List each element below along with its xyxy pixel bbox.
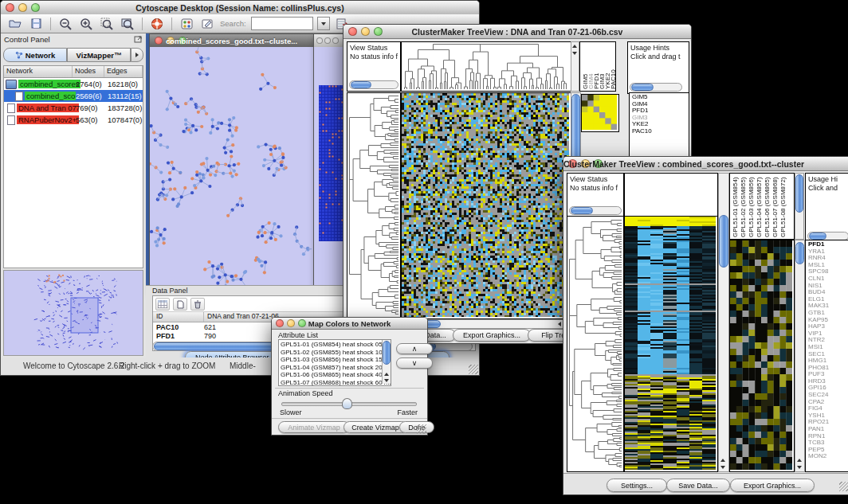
network-name: combined_sco bbox=[25, 92, 76, 100]
col-network[interactable]: Network bbox=[4, 66, 73, 77]
network-row[interactable]: DNA and Tran 07769(0)183728(0) bbox=[4, 102, 143, 114]
tab-network-label: Network bbox=[26, 51, 55, 60]
edge-count: 13112(15) bbox=[108, 92, 142, 100]
attribute-list[interactable]: GPL51-01 (GSM854) heat shock 05 minGPL51… bbox=[278, 339, 391, 386]
attribute-table-icon[interactable] bbox=[155, 298, 170, 311]
file-icon bbox=[7, 115, 15, 125]
tv1-column-labels[interactable]: GIM5GIM4PFD1GIM3YKE2PAC10 bbox=[579, 41, 616, 92]
tv2-genes-vscrollbar[interactable] bbox=[795, 240, 805, 472]
network-name: combined_scores bbox=[18, 80, 80, 88]
tv1-status-hscrollbar[interactable] bbox=[349, 80, 398, 89]
tv1-zoom-heatmap[interactable] bbox=[581, 94, 619, 132]
zoom-in-icon[interactable] bbox=[78, 17, 94, 31]
zoom-fit-icon[interactable] bbox=[120, 17, 135, 31]
network-overview[interactable] bbox=[3, 270, 143, 356]
tab-network[interactable]: Network bbox=[3, 48, 67, 62]
tv1-column-dendrogram[interactable] bbox=[401, 41, 571, 92]
network-name: DNA and Tran 07 bbox=[17, 104, 79, 112]
tv2-export-graphics-button[interactable]: Export Graphics... bbox=[730, 479, 815, 492]
resize-grip[interactable] bbox=[839, 482, 848, 491]
network-view-titlebar[interactable]: combined_scores_good.txt--cluste... bbox=[150, 34, 313, 47]
tv2-labels-vscrollbar[interactable] bbox=[795, 173, 804, 240]
zoom-selected-icon[interactable] bbox=[99, 17, 115, 31]
col-edges[interactable]: Edges bbox=[104, 66, 143, 77]
create-vizmap-button[interactable]: Create Vizmap bbox=[344, 421, 407, 433]
delete-attribute-icon[interactable] bbox=[190, 298, 205, 311]
zoom-out-icon[interactable] bbox=[57, 17, 73, 31]
status-welcome: Welcome to Cytoscape 2.6.2 bbox=[23, 361, 125, 370]
tv1-export-graphics-button[interactable]: Export Graphics... bbox=[453, 329, 531, 342]
status-pan-hint: Middle- bbox=[230, 361, 256, 370]
tab-vizmapper[interactable]: VizMapper™ bbox=[67, 48, 131, 62]
col-id[interactable]: ID bbox=[153, 312, 204, 322]
animation-speed-slider-thumb[interactable] bbox=[342, 398, 352, 409]
help-icon[interactable] bbox=[149, 17, 165, 31]
row-value: 790 bbox=[204, 332, 216, 340]
float-panel-icon[interactable] bbox=[134, 35, 143, 47]
treeview1-titlebar[interactable]: ClusterMaker TreeView : DNA and Tran 07-… bbox=[344, 25, 691, 39]
animate-vizmap-button: Animate Vizmap bbox=[278, 421, 350, 433]
attribute-item[interactable]: GPL51-03 (GSM856) heat shock 15 min bbox=[281, 356, 391, 364]
vizmapper-icon[interactable] bbox=[179, 17, 194, 31]
save-icon[interactable] bbox=[28, 17, 44, 31]
tv2-row-dendrogram[interactable] bbox=[567, 216, 624, 472]
network-canvas[interactable] bbox=[150, 47, 312, 291]
search-dropdown-icon[interactable] bbox=[317, 17, 330, 30]
tv2-column-dendrogram[interactable] bbox=[624, 173, 718, 217]
edge-count: 107847(0) bbox=[108, 115, 142, 124]
network-list-header[interactable]: Network Nodes Edges bbox=[4, 66, 143, 78]
dense-network-canvas[interactable] bbox=[319, 85, 344, 241]
new-attribute-icon[interactable] bbox=[173, 298, 187, 311]
network-list: Network Nodes Edges combined_scores2764(… bbox=[3, 65, 143, 268]
up-arrow-label: ∧ bbox=[412, 345, 418, 353]
network-row[interactable]: combined_scores2764(0)16218(0) bbox=[4, 78, 143, 90]
resize-grip[interactable] bbox=[417, 424, 426, 434]
dialog-titlebar[interactable]: Map Colors to Network bbox=[272, 318, 427, 330]
resize-grip[interactable] bbox=[469, 365, 478, 374]
column-label: GIM4 bbox=[587, 42, 593, 89]
open-file-icon[interactable] bbox=[7, 17, 23, 31]
tab-overflow-icon[interactable] bbox=[131, 48, 143, 62]
tv2-zoom-heatmap[interactable] bbox=[729, 240, 795, 472]
move-down-button[interactable]: ∨ bbox=[396, 357, 433, 369]
tv2-settings-button[interactable]: Settings... bbox=[607, 479, 667, 492]
column-label: GIM5 bbox=[582, 42, 587, 89]
main-title-bar[interactable]: Cytoscape Desktop (Session Name: collins… bbox=[1, 1, 479, 15]
tv2-heatmap[interactable] bbox=[624, 216, 718, 472]
tv2-heatmap-vscrollbar[interactable] bbox=[718, 173, 729, 472]
tv1-hints-hscrollbar[interactable] bbox=[630, 83, 682, 92]
tv2-status-hscrollbar[interactable] bbox=[569, 206, 622, 215]
tv2-column-labels[interactable]: GPL51-01 (GSM854)GPL51-02 (GSM855)GPL51-… bbox=[729, 173, 795, 240]
attribute-item[interactable]: GPL51-02 (GSM855) heat shock 10 min bbox=[281, 349, 391, 357]
network-row[interactable]: RNAPuberNov2+563(0)107847(0) bbox=[4, 114, 143, 126]
treeview2-titlebar[interactable]: ClusterMaker TreeView : combined_scores_… bbox=[563, 157, 848, 171]
attribute-list-vscrollbar[interactable] bbox=[382, 340, 391, 384]
tv1-heatmap[interactable] bbox=[401, 92, 571, 319]
minimize-icon[interactable] bbox=[324, 37, 331, 44]
create-vizmap-label: Create Vizmap bbox=[351, 424, 398, 432]
attribute-item[interactable]: GPL51-07 (GSM868) heat shock 60 min bbox=[281, 379, 391, 387]
export-graphics-label: Export Graphics... bbox=[463, 331, 520, 339]
attribute-item[interactable]: GPL51-06 (GSM865) heat shock 40 min bbox=[281, 371, 391, 379]
tv2-save-data-button[interactable]: Save Data... bbox=[666, 479, 730, 492]
view-status-text: No status info f bbox=[570, 184, 618, 192]
folder-icon bbox=[6, 80, 17, 89]
animation-speed-label: Animation Speed bbox=[278, 389, 333, 397]
dialog-title: Map Colors to Network bbox=[272, 319, 427, 328]
tv1-dendro-vscrollbar[interactable] bbox=[571, 41, 579, 92]
move-up-button[interactable]: ∧ bbox=[396, 343, 433, 354]
network-row[interactable]: combined_sco2569(6)13112(15) bbox=[4, 90, 143, 102]
tv1-row-dendrogram[interactable] bbox=[347, 92, 401, 319]
search-input[interactable] bbox=[251, 17, 313, 30]
annotation-icon[interactable] bbox=[199, 17, 215, 31]
tv2-button-bar: Settings... Save Data... Export Graphics… bbox=[563, 473, 848, 494]
attribute-item[interactable]: GPL51-04 (GSM857) heat shock 20 min bbox=[281, 364, 391, 372]
usage-hints-text: Click and drag t bbox=[630, 53, 681, 61]
control-panel-title: Control Panel bbox=[4, 35, 50, 47]
export-graphics-label: Export Graphics... bbox=[744, 482, 801, 490]
col-nodes[interactable]: Nodes bbox=[73, 66, 104, 77]
attribute-item[interactable]: GPL51-01 (GSM854) heat shock 05 min bbox=[281, 341, 391, 349]
close-icon[interactable] bbox=[316, 37, 323, 44]
zoom-window-icon[interactable] bbox=[332, 37, 339, 44]
tv2-gene-list[interactable]: PFD1YRA1RNR4MSL1SPC98CLN1NIS1BUD4ELG1MAK… bbox=[805, 240, 848, 472]
